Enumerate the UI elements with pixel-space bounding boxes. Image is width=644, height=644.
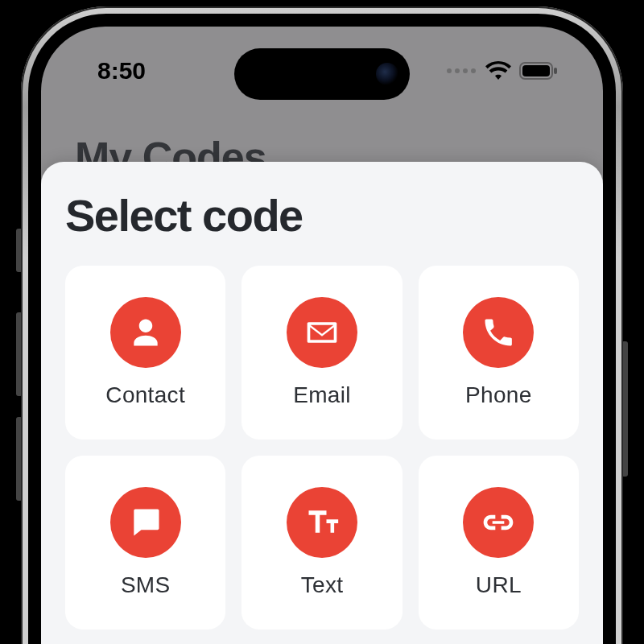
option-label: Phone	[465, 382, 531, 408]
options-grid: Contact Email Phone	[65, 266, 579, 630]
phone-icon	[463, 297, 534, 368]
option-label: Text	[301, 572, 344, 598]
option-contact[interactable]: Contact	[65, 266, 225, 440]
svg-rect-2	[554, 68, 557, 74]
url-icon	[463, 487, 534, 558]
option-label: SMS	[121, 572, 171, 598]
svg-rect-1	[522, 65, 550, 76]
option-label: Contact	[105, 382, 185, 408]
battery-icon	[519, 61, 559, 80]
contact-icon	[110, 297, 181, 368]
sheet-title: Select code	[65, 189, 579, 242]
option-phone[interactable]: Phone	[419, 266, 579, 440]
option-sms[interactable]: SMS	[65, 456, 225, 630]
phone-bezel: 8:50	[28, 14, 616, 644]
option-label: URL	[476, 572, 522, 598]
option-url[interactable]: URL	[419, 456, 579, 630]
option-label: Email	[293, 382, 351, 408]
dynamic-island	[234, 48, 410, 100]
option-text[interactable]: Text	[242, 456, 402, 630]
carrier-dots-icon	[447, 68, 476, 73]
sms-icon	[110, 487, 181, 558]
email-icon	[287, 297, 357, 368]
status-indicators	[447, 61, 559, 80]
wifi-icon	[485, 61, 511, 80]
phone-frame: 8:50	[21, 6, 623, 644]
select-code-sheet: Select code Contact Email	[41, 162, 603, 644]
option-email[interactable]: Email	[242, 266, 402, 440]
status-time: 8:50	[97, 57, 146, 85]
phone-screen: 8:50	[41, 27, 603, 644]
text-icon	[287, 487, 357, 558]
